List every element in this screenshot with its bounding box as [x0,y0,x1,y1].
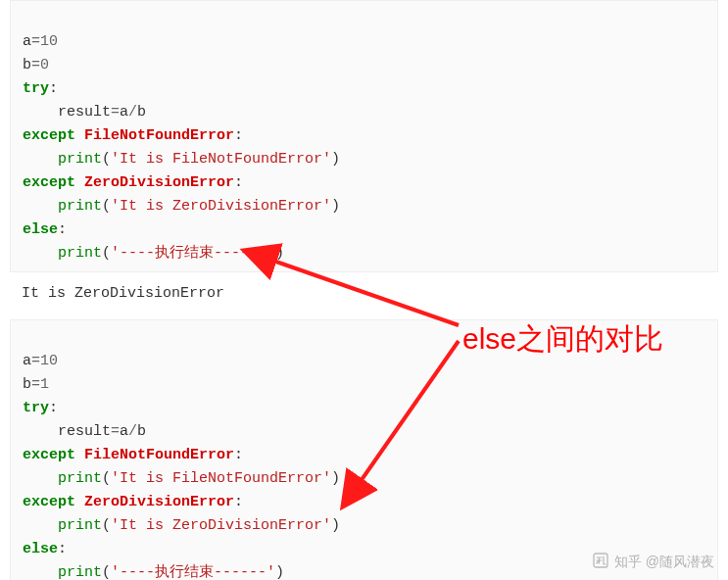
page: a=10 b=0 try: result=a/b except FileNotF… [0,0,728,580]
code-line: result=a/b [23,104,146,121]
code-line: try: [23,400,58,416]
code-line: b=0 [23,57,49,73]
code-line: try: [23,80,58,97]
output-text: It is ZeroDivisionError [22,285,224,302]
code-line: b=1 [23,376,49,393]
code-line: print('----执行结束------') [23,564,284,580]
code-line: a=10 [23,33,58,50]
code-line: except FileNotFoundError: [23,127,243,144]
watermark: 知乎 @随风潜夜 [593,551,714,572]
code-line: else: [23,541,67,557]
watermark-text: 知乎 @随风潜夜 [614,554,714,569]
code-line: print('It is FileNotFoundError') [23,151,340,168]
code-line: except FileNotFoundError: [23,447,243,463]
code-line: print('----执行结束------') [23,245,284,262]
code-block-1: a=10 b=0 try: result=a/b except FileNotF… [10,0,718,272]
code-line: print('It is FileNotFoundError') [23,470,340,487]
code-line: except ZeroDivisionError: [23,494,243,510]
code-line: a=10 [23,353,58,369]
code-line: else: [23,221,67,238]
annotation-label: else之间的对比 [462,315,663,362]
code-line: result=a/b [23,423,146,440]
output-block-1: It is ZeroDivisionError [10,276,718,312]
zhihu-icon [593,553,608,568]
code-line: print('It is ZeroDivisionError') [23,198,340,215]
code-line: print('It is ZeroDivisionError') [23,517,340,534]
code-line: except ZeroDivisionError: [23,174,243,191]
